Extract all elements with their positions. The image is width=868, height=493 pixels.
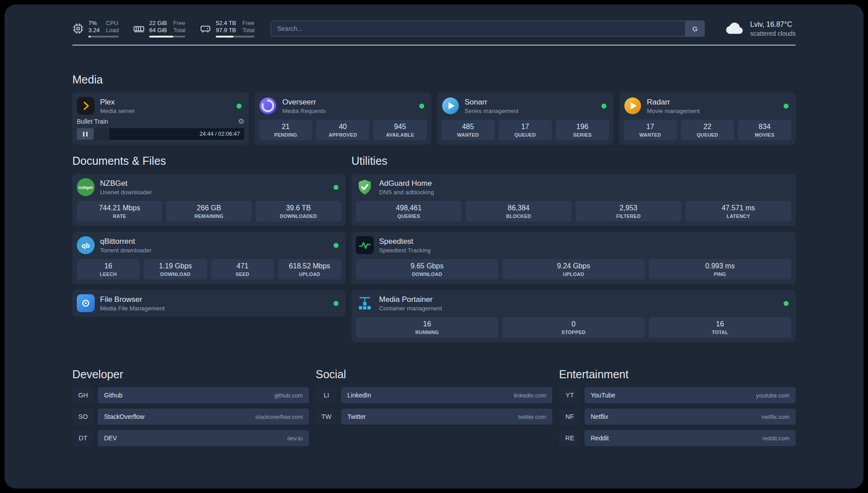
bookmark-linkedin[interactable]: LI LinkedIn linkedin.com xyxy=(316,387,552,403)
search-input[interactable] xyxy=(271,21,685,36)
weather-widget[interactable]: Lviv, 16.87°C scattered clouds xyxy=(725,21,796,37)
section-title-utilities: Utilities xyxy=(351,155,796,167)
weather-condition: scattered clouds xyxy=(750,30,796,37)
stat-tile: 21PENDING xyxy=(259,120,312,140)
stat-tile: 39.6 TBDOWNLOADED xyxy=(256,201,341,221)
service-subtitle: Media File Management xyxy=(100,305,165,312)
bookmark-abbr: LI xyxy=(316,387,337,403)
gear-icon[interactable]: ⚙ xyxy=(238,118,244,125)
stat-tile: 618.52 MbpsUPLOAD xyxy=(278,259,341,280)
memory-progress-bar xyxy=(149,36,185,38)
service-subtitle: Media Requests xyxy=(282,108,326,114)
stat-tile: 47.571 msLATENCY xyxy=(685,201,791,221)
service-name: Media Portainer xyxy=(379,295,442,304)
stat-tile: 9.65 GbpsDOWNLOAD xyxy=(356,259,498,280)
bookmark-name: Github xyxy=(104,392,122,399)
stat-tile: 196SERIES xyxy=(556,120,609,140)
service-name: File Browser xyxy=(100,295,165,304)
bookmark-name: Reddit xyxy=(591,435,609,442)
bookmark-dev[interactable]: DT DEV dev.to xyxy=(72,430,309,446)
media-grid: Plex Media server Bullet Train ⚙ 24:44 /… xyxy=(72,92,796,145)
plex-icon xyxy=(77,97,95,115)
cloud-icon xyxy=(725,21,745,37)
search-provider-button[interactable]: G xyxy=(685,21,704,36)
resource-widgets: 7% CPU 3.24 Load xyxy=(72,20,255,38)
status-dot xyxy=(784,301,789,306)
stat-tile: 834MOVIES xyxy=(738,120,791,140)
weather-location: Lviv, 16.87°C xyxy=(750,21,796,29)
search-bar: G xyxy=(271,21,705,37)
documents-column: Documents & Files nzbget NZBGet Usenet d… xyxy=(72,155,346,317)
sonarr-icon xyxy=(442,97,459,115)
resource-disk: 52.4 TB Free 97.9 TB Total xyxy=(200,20,255,38)
bookmark-url: stackoverflow.com xyxy=(255,414,303,420)
bookmark-abbr: YT xyxy=(559,387,580,403)
service-card-overseerr[interactable]: Overseerr Media Requests 21PENDING 40APP… xyxy=(255,92,431,145)
bookmark-reddit[interactable]: RE Reddit reddit.com xyxy=(559,430,796,446)
speedtest-icon xyxy=(356,236,374,254)
filebrowser-icon xyxy=(77,294,95,312)
bookmark-netflix[interactable]: NF Netflix netflix.com xyxy=(559,409,796,425)
qbittorrent-icon: qb xyxy=(77,236,95,254)
status-dot xyxy=(334,185,338,190)
bookmark-abbr: SO xyxy=(72,409,94,425)
bookmark-twitter[interactable]: TW Twitter twitter.com xyxy=(316,409,552,425)
playback-time: 24:44 / 02:06:47 xyxy=(200,131,244,137)
bookmark-stackoverflow[interactable]: SO StackOverflow stackoverflow.com xyxy=(72,409,309,425)
memory-free-value: 22 GiB xyxy=(149,20,167,27)
stat-tile: 17WANTED xyxy=(624,120,677,140)
section-title-developer: Developer xyxy=(72,368,309,381)
service-card-plex[interactable]: Plex Media server Bullet Train ⚙ 24:44 /… xyxy=(72,92,249,145)
status-dot xyxy=(334,301,338,306)
stat-tile: 16LEECH xyxy=(77,259,140,280)
bookmark-github[interactable]: GH Github github.com xyxy=(72,387,309,403)
stat-tile: 2,953FILTERED xyxy=(576,201,681,221)
service-card-speedtest[interactable]: Speedtest Speedtest Tracking 9.65 GbpsDO… xyxy=(351,232,796,284)
section-title-entertainment: Entertainment xyxy=(559,368,796,381)
media-player-widget: Bullet Train ⚙ 24:44 / 02:06:47 xyxy=(77,118,244,140)
service-name: Plex xyxy=(100,98,135,107)
status-dot xyxy=(237,104,242,109)
cpu-label-2: Load xyxy=(106,27,119,34)
status-dot xyxy=(334,243,338,248)
service-name: NZBGet xyxy=(100,179,152,188)
service-card-filebrowser[interactable]: File Browser Media File Management xyxy=(72,290,346,317)
nzbget-icon: nzbget xyxy=(77,178,95,196)
stat-tile: 0.993 msPING xyxy=(649,259,791,280)
stat-tile: 945AVAILABLE xyxy=(373,120,426,140)
bookmark-abbr: RE xyxy=(559,430,580,446)
status-dot xyxy=(601,104,606,109)
media-progress-bar[interactable]: 24:44 / 02:06:47 xyxy=(77,128,244,140)
bookmark-url: reddit.com xyxy=(762,435,789,442)
bookmark-name: YouTube xyxy=(591,392,615,399)
service-card-qbittorrent[interactable]: qb qBittorrent Torrent downloader 16LEEC… xyxy=(72,232,346,284)
pause-button[interactable] xyxy=(77,128,94,140)
section-title-media: Media xyxy=(72,73,796,86)
memory-icon xyxy=(133,23,145,34)
service-name: Sonarr xyxy=(465,98,519,107)
service-name: Radarr xyxy=(647,98,700,107)
service-card-radarr[interactable]: Radarr Movie management 17WANTED 22QUEUE… xyxy=(619,92,796,145)
portainer-icon xyxy=(356,294,374,312)
resource-cpu: 7% CPU 3.24 Load xyxy=(72,20,119,38)
bookmark-url: linkedin.com xyxy=(514,392,546,399)
disk-label-2: Total xyxy=(242,27,255,34)
service-subtitle: Torrent downloader xyxy=(100,247,152,254)
memory-total-value: 64 GiB xyxy=(149,27,167,34)
stat-tile: 471SEED xyxy=(211,259,274,280)
overseerr-icon xyxy=(259,97,277,115)
disk-free-value: 52.4 TB xyxy=(216,20,236,27)
bookmark-youtube[interactable]: YT YouTube youtube.com xyxy=(559,387,796,403)
resource-memory: 22 GiB Free 64 GiB Total xyxy=(133,20,185,38)
stat-tile: 0STOPPED xyxy=(502,317,645,338)
service-card-nzbget[interactable]: nzbget NZBGet Usenet downloader 744.21 M… xyxy=(72,174,346,226)
stat-tile: 16RUNNING xyxy=(356,317,498,338)
stat-tile: 17QUEUED xyxy=(499,120,552,140)
dashboard-content: 7% CPU 3.24 Load xyxy=(72,4,796,451)
service-name: AdGuard Home xyxy=(379,179,434,188)
stat-tile: 9.24 GbpsUPLOAD xyxy=(502,259,645,280)
radarr-icon xyxy=(624,97,642,115)
service-card-portainer[interactable]: Media Portainer Container management 16R… xyxy=(351,290,796,342)
service-card-sonarr[interactable]: Sonarr Series management 485WANTED 17QUE… xyxy=(437,92,613,145)
service-card-adguard[interactable]: AdGuard Home DNS and adblocking 498,461Q… xyxy=(351,174,796,226)
